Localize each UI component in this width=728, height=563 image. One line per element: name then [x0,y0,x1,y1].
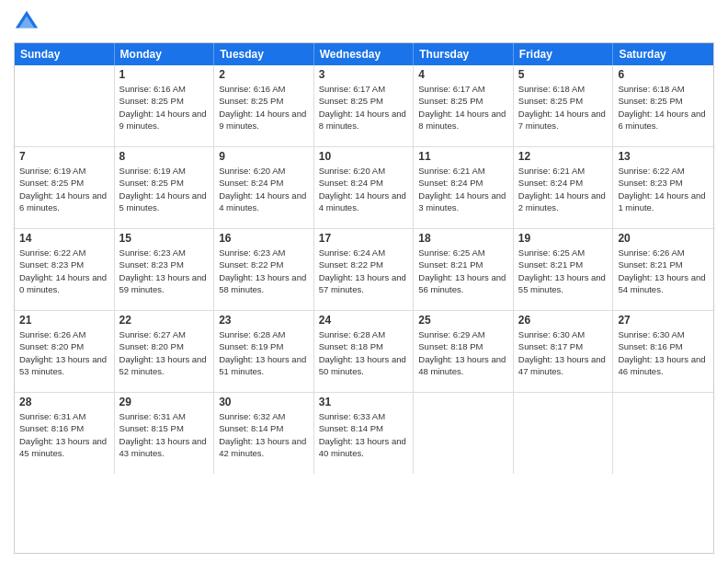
day-number: 12 [518,150,609,163]
day-info: Sunrise: 6:33 AM Sunset: 8:14 PM Dayligh… [319,410,409,459]
calendar-cell-2-2: 8Sunrise: 6:19 AM Sunset: 8:25 PM Daylig… [115,147,215,228]
day-info: Sunrise: 6:16 AM Sunset: 8:25 PM Dayligh… [219,83,309,132]
calendar-row-4: 21Sunrise: 6:26 AM Sunset: 8:20 PM Dayli… [15,311,713,393]
calendar-cell-3-1: 14Sunrise: 6:22 AM Sunset: 8:23 PM Dayli… [15,229,115,310]
calendar-row-5: 28Sunrise: 6:31 AM Sunset: 8:16 PM Dayli… [15,393,713,474]
calendar-cell-3-5: 18Sunrise: 6:25 AM Sunset: 8:21 PM Dayli… [414,229,514,310]
calendar-cell-1-5: 4Sunrise: 6:17 AM Sunset: 8:25 PM Daylig… [414,65,514,146]
calendar-row-2: 7Sunrise: 6:19 AM Sunset: 8:25 PM Daylig… [15,147,713,229]
calendar-cell-4-6: 26Sunrise: 6:30 AM Sunset: 8:17 PM Dayli… [514,311,614,392]
day-info: Sunrise: 6:25 AM Sunset: 8:21 PM Dayligh… [518,247,609,295]
calendar-cell-2-7: 13Sunrise: 6:22 AM Sunset: 8:23 PM Dayli… [613,147,713,228]
calendar-cell-2-3: 9Sunrise: 6:20 AM Sunset: 8:24 PM Daylig… [214,147,314,228]
day-number: 24 [319,314,409,327]
day-number: 6 [618,68,709,81]
day-info: Sunrise: 6:20 AM Sunset: 8:24 PM Dayligh… [319,165,409,213]
calendar-cell-5-4: 31Sunrise: 6:33 AM Sunset: 8:14 PM Dayli… [314,393,415,474]
calendar-cell-3-7: 20Sunrise: 6:26 AM Sunset: 8:21 PM Dayli… [613,229,713,310]
day-number: 5 [518,68,609,81]
day-info: Sunrise: 6:27 AM Sunset: 8:20 PM Dayligh… [119,328,210,377]
calendar-cell-3-4: 17Sunrise: 6:24 AM Sunset: 8:22 PM Dayli… [314,229,415,310]
day-info: Sunrise: 6:31 AM Sunset: 8:16 PM Dayligh… [19,410,109,459]
day-number: 15 [119,232,210,245]
day-info: Sunrise: 6:17 AM Sunset: 8:25 PM Dayligh… [319,83,409,132]
calendar-cell-1-6: 5Sunrise: 6:18 AM Sunset: 8:25 PM Daylig… [514,65,614,146]
day-number: 7 [19,150,109,163]
day-info: Sunrise: 6:26 AM Sunset: 8:21 PM Dayligh… [618,247,709,295]
day-number: 30 [219,396,309,408]
calendar-cell-2-4: 10Sunrise: 6:20 AM Sunset: 8:24 PM Dayli… [314,147,415,228]
day-info: Sunrise: 6:21 AM Sunset: 8:24 PM Dayligh… [518,165,609,213]
day-number: 16 [219,232,309,245]
day-info: Sunrise: 6:17 AM Sunset: 8:25 PM Dayligh… [418,83,508,132]
day-info: Sunrise: 6:28 AM Sunset: 8:19 PM Dayligh… [219,328,309,377]
day-number: 18 [418,232,508,245]
day-number: 10 [319,150,409,163]
calendar-cell-1-4: 3Sunrise: 6:17 AM Sunset: 8:25 PM Daylig… [314,65,415,146]
day-info: Sunrise: 6:23 AM Sunset: 8:22 PM Dayligh… [219,247,309,295]
day-number: 11 [418,150,508,163]
calendar-cell-3-3: 16Sunrise: 6:23 AM Sunset: 8:22 PM Dayli… [214,229,314,310]
calendar-cell-4-5: 25Sunrise: 6:29 AM Sunset: 8:18 PM Dayli… [414,311,514,392]
calendar-cell-4-1: 21Sunrise: 6:26 AM Sunset: 8:20 PM Dayli… [15,311,115,392]
calendar-row-3: 14Sunrise: 6:22 AM Sunset: 8:23 PM Dayli… [15,229,713,311]
day-number: 20 [618,232,709,245]
calendar-cell-1-7: 6Sunrise: 6:18 AM Sunset: 8:25 PM Daylig… [613,65,713,146]
header-cell-sunday: Sunday [15,43,115,65]
calendar-cell-5-7 [613,393,713,474]
calendar-cell-5-2: 29Sunrise: 6:31 AM Sunset: 8:15 PM Dayli… [115,393,215,474]
calendar-cell-4-4: 24Sunrise: 6:28 AM Sunset: 8:18 PM Dayli… [314,311,415,392]
calendar-cell-5-1: 28Sunrise: 6:31 AM Sunset: 8:16 PM Dayli… [15,393,115,474]
calendar-cell-1-3: 2Sunrise: 6:16 AM Sunset: 8:25 PM Daylig… [214,65,314,146]
calendar-cell-4-3: 23Sunrise: 6:28 AM Sunset: 8:19 PM Dayli… [214,311,314,392]
day-number: 31 [319,396,409,408]
day-number: 8 [119,150,210,163]
calendar-cell-3-2: 15Sunrise: 6:23 AM Sunset: 8:23 PM Dayli… [115,229,215,310]
day-number: 22 [119,314,210,327]
day-number: 3 [319,68,409,81]
header-cell-friday: Friday [514,43,614,65]
calendar-cell-1-1 [15,65,115,146]
day-number: 29 [119,396,210,408]
header-cell-thursday: Thursday [414,43,514,65]
day-info: Sunrise: 6:32 AM Sunset: 8:14 PM Dayligh… [219,410,309,459]
day-info: Sunrise: 6:22 AM Sunset: 8:23 PM Dayligh… [618,165,709,213]
calendar-cell-5-5 [414,393,514,474]
day-number: 1 [119,68,210,81]
day-number: 28 [19,396,109,408]
day-number: 23 [219,314,309,327]
day-number: 13 [618,150,709,163]
calendar-cell-3-6: 19Sunrise: 6:25 AM Sunset: 8:21 PM Dayli… [514,229,614,310]
day-info: Sunrise: 6:29 AM Sunset: 8:18 PM Dayligh… [418,328,508,377]
day-number: 26 [518,314,609,327]
calendar-cell-2-5: 11Sunrise: 6:21 AM Sunset: 8:24 PM Dayli… [414,147,514,228]
day-number: 17 [319,232,409,245]
header-cell-tuesday: Tuesday [214,43,314,65]
day-info: Sunrise: 6:21 AM Sunset: 8:24 PM Dayligh… [418,165,508,213]
day-number: 25 [418,314,508,327]
day-info: Sunrise: 6:20 AM Sunset: 8:24 PM Dayligh… [219,165,309,213]
calendar-body: 1Sunrise: 6:16 AM Sunset: 8:25 PM Daylig… [15,65,713,474]
calendar-cell-1-2: 1Sunrise: 6:16 AM Sunset: 8:25 PM Daylig… [115,65,215,146]
header-cell-wednesday: Wednesday [314,43,415,65]
header-cell-saturday: Saturday [613,43,713,65]
day-info: Sunrise: 6:16 AM Sunset: 8:25 PM Dayligh… [119,83,210,132]
day-info: Sunrise: 6:19 AM Sunset: 8:25 PM Dayligh… [19,165,109,213]
calendar-cell-4-7: 27Sunrise: 6:30 AM Sunset: 8:16 PM Dayli… [613,311,713,392]
day-info: Sunrise: 6:23 AM Sunset: 8:23 PM Dayligh… [119,247,210,295]
day-number: 27 [618,314,709,327]
header [14,9,714,35]
day-info: Sunrise: 6:18 AM Sunset: 8:25 PM Dayligh… [618,83,709,132]
day-number: 2 [219,68,309,81]
day-info: Sunrise: 6:24 AM Sunset: 8:22 PM Dayligh… [319,247,409,295]
calendar: SundayMondayTuesdayWednesdayThursdayFrid… [14,42,714,554]
day-info: Sunrise: 6:19 AM Sunset: 8:25 PM Dayligh… [119,165,210,213]
page: SundayMondayTuesdayWednesdayThursdayFrid… [0,0,728,563]
calendar-cell-2-1: 7Sunrise: 6:19 AM Sunset: 8:25 PM Daylig… [15,147,115,228]
day-info: Sunrise: 6:22 AM Sunset: 8:23 PM Dayligh… [19,247,109,295]
calendar-cell-4-2: 22Sunrise: 6:27 AM Sunset: 8:20 PM Dayli… [115,311,215,392]
day-number: 4 [418,68,508,81]
day-info: Sunrise: 6:18 AM Sunset: 8:25 PM Dayligh… [518,83,609,132]
calendar-cell-2-6: 12Sunrise: 6:21 AM Sunset: 8:24 PM Dayli… [514,147,614,228]
day-info: Sunrise: 6:31 AM Sunset: 8:15 PM Dayligh… [119,410,210,459]
